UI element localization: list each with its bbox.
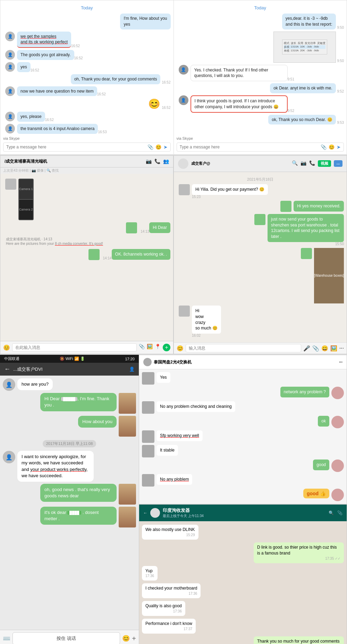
- contact-icon[interactable]: 👤: [129, 367, 135, 372]
- phone-status-bar: 中国联通 🔕 WiFi 📶 🔋 17:20: [0, 355, 139, 363]
- avatar: 👤: [5, 124, 15, 134]
- bot-section: 中国联通 🔕 WiFi 📶 🔋 17:20 ← ...成交客户DVI 👤 👤 h…: [0, 354, 347, 644]
- more-icon[interactable]: ...: [334, 160, 342, 167]
- add-icon[interactable]: +: [163, 344, 170, 351]
- chat-right-msgs: Yes network any problem ? No any problem…: [139, 369, 347, 504]
- more-icon[interactable]: ···: [339, 360, 342, 364]
- phone-bubble: I want to sincerely apologize, for my wo…: [17, 451, 94, 482]
- phone-input-bar[interactable]: ⌨️ 按住 说话 😊 +: [0, 630, 139, 644]
- phone-chat-body: 👤 how are you? Hi Dear █████, I'm fine. …: [0, 376, 139, 630]
- send-icon[interactable]: ➤: [337, 144, 341, 150]
- wa-header: ← 印度洵收发器 最后上线于今天 上午11:34 🔍 📎: [139, 505, 347, 521]
- attachment-icon[interactable]: 📎: [147, 144, 153, 150]
- mid-left-wechat: /成交束埔寨高清光端机 📷 📞 👥 上次至43:分钟前 | 📷 摄像 | 🔍 查…: [0, 155, 174, 354]
- message-input[interactable]: [186, 344, 301, 352]
- wechat-message-input[interactable]: [12, 343, 137, 352]
- msg-row: 😊 16:52: [3, 98, 171, 110]
- mid-right-input-area[interactable]: 😊 🎤 📎 😄 🖼️ ···: [174, 342, 347, 354]
- phone-avatar: 👤: [3, 451, 15, 463]
- bubble: the transmit os is 4 input Analoo camera: [17, 124, 98, 134]
- cr-bubble: network any problem ?: [280, 387, 329, 397]
- cr-bubble: Yes: [156, 372, 170, 383]
- bubble: ok Dear. anyt ime is ok with me.: [270, 83, 336, 93]
- msg-time: 9:50: [337, 26, 344, 29]
- avatar: 👤: [179, 95, 188, 105]
- attach-icon[interactable]: 📎: [312, 345, 319, 352]
- phone-msg-left: 👤 how are you?: [3, 378, 136, 391]
- message-input[interactable]: [6, 145, 145, 149]
- wa-msg-row: Yup17:36: [142, 566, 344, 581]
- chat-msg-row: ok: [142, 416, 344, 428]
- header-title: 泰国闸盘2光4交换机: [154, 359, 192, 365]
- msg-row: 👤 yes, please 16:52: [3, 112, 171, 122]
- via-label: via Skype: [177, 135, 344, 141]
- emoji-icon[interactable]: 😊: [177, 345, 184, 352]
- header-title: /成交束埔寨高清光端机: [5, 158, 47, 164]
- wa-header-icons: 🔍 📎: [329, 510, 342, 515]
- add-button[interactable]: +: [132, 635, 136, 643]
- avatar-sm: [150, 508, 160, 518]
- wa-bubble: D link is good. so thier price is high c…: [254, 542, 344, 563]
- back-icon[interactable]: ←: [4, 366, 10, 373]
- cr-avatar: [142, 401, 154, 414]
- attachment-icon[interactable]: 📎: [321, 144, 327, 150]
- bubble-outlined: I think your goods is good. If I can int…: [191, 95, 288, 113]
- video-icon[interactable]: 📷: [301, 160, 306, 167]
- image-icon[interactable]: 🖼️: [147, 344, 153, 351]
- speak-button[interactable]: 按住 说话: [12, 632, 120, 644]
- wechat-msg-row: Hiwowcrazyso much 😊 16:02: [177, 306, 344, 337]
- input-bar[interactable]: 📎 😊 ➤: [3, 143, 171, 152]
- header-title: 成交客户@: [191, 161, 210, 166]
- chat-msg-row: good: [142, 460, 344, 472]
- msg-row: 👤 we get the samplesand its ok working p…: [3, 32, 171, 48]
- bubble: we get the samplesand its ok working per…: [17, 32, 71, 48]
- chat-msg-row: No any problem checking and cleaning: [142, 401, 344, 414]
- phone-chat-header: ← ...成交客户DVI 👤: [0, 363, 139, 376]
- more-icon[interactable]: ···: [339, 345, 344, 351]
- contacts-icon[interactable]: 👥: [163, 158, 169, 164]
- chat-msg-row: Sfp working very well: [142, 430, 344, 443]
- emoji2-icon[interactable]: 😄: [321, 345, 328, 352]
- image2-icon[interactable]: 🖼️: [330, 345, 337, 352]
- attachment-icon[interactable]: 📎: [139, 344, 145, 351]
- chat-msg-row: good 👍: [142, 489, 344, 501]
- phone-avatar-girl: [119, 393, 136, 414]
- phone-icon[interactable]: 📞: [154, 158, 160, 164]
- send-icon[interactable]: ➤: [163, 144, 168, 150]
- emoji-icon[interactable]: 😊: [329, 144, 335, 150]
- emoji-icon[interactable]: 😊: [3, 344, 10, 351]
- phone-msg-right: How about you: [3, 416, 136, 437]
- top-section: Today I'm fine, How about youyes 👤 we ge…: [0, 0, 347, 155]
- cr-bubble: No any ploblem: [156, 474, 192, 485]
- input-bar[interactable]: 📎 😊 ➤: [177, 143, 344, 152]
- back-icon[interactable]: ←: [143, 510, 147, 515]
- wechat-avatar: [179, 184, 190, 195]
- message-input[interactable]: [180, 145, 319, 149]
- cr-avatar-girl: [331, 460, 344, 472]
- wechat-avatar: [301, 248, 312, 259]
- video-call-btn[interactable]: 视频: [318, 160, 331, 167]
- mic-icon[interactable]: 🎤: [303, 345, 310, 352]
- warehouse-image: [Warehouse boxes]: [314, 248, 344, 303]
- video-icon[interactable]: 📷: [146, 158, 152, 164]
- keyboard-icon[interactable]: ⌨️: [3, 635, 10, 642]
- bubble: Yes. I checked. Thank you! If I find oth…: [191, 65, 288, 81]
- phone-icon[interactable]: 📞: [309, 160, 315, 167]
- cr-avatar-girl: [331, 416, 344, 428]
- wechat-input-area[interactable]: 😊 📎 🖼️ 📍 +: [0, 341, 173, 354]
- cr-avatar: [142, 445, 154, 457]
- wechat-msg-row: [Warehouse boxes]: [177, 248, 344, 303]
- search-icon[interactable]: 🔍: [292, 160, 298, 167]
- wa-messages: We also mostly use DLINK15:29 D link is …: [139, 521, 347, 644]
- wechat-msg-row: Hi Dear 14:13: [3, 222, 170, 233]
- cr-bubble: It stable: [156, 445, 178, 456]
- emoji-icon[interactable]: 😊: [122, 635, 130, 642]
- cr-avatar: [142, 372, 154, 385]
- msg-time: 16:53: [98, 130, 107, 134]
- search-icon[interactable]: 🔍: [329, 510, 334, 515]
- location-icon[interactable]: 📍: [155, 344, 161, 351]
- bubble: I'm fine, How about youyes: [120, 14, 170, 29]
- emoji-icon[interactable]: 😊: [155, 144, 161, 150]
- attachment-icon[interactable]: 📎: [337, 510, 342, 515]
- phone-bubble: how are you?: [17, 378, 53, 390]
